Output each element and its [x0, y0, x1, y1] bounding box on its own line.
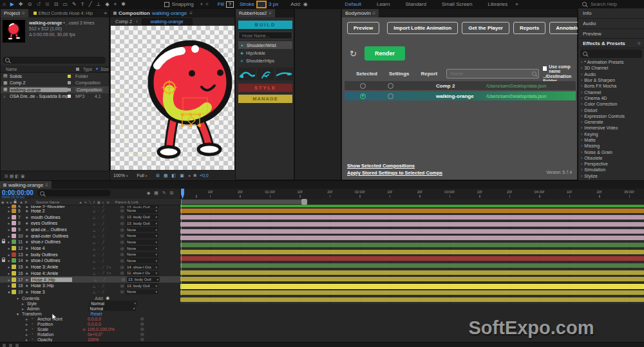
fill-swatch[interactable]: ?: [226, 1, 234, 8]
panel-menu-icon[interactable]: ≡: [638, 41, 641, 46]
category-row[interactable]: ›3D Channel: [578, 65, 644, 71]
layer-name[interactable]: Hose 4: [31, 246, 93, 250]
pickwhip-icon[interactable]: ◎: [140, 316, 144, 321]
channel-wheel-icon[interactable]: ●: [188, 173, 191, 178]
layer-switches[interactable]: △ ◌ ╱ ƒx: [93, 271, 118, 275]
selected-radio[interactable]: [360, 93, 366, 99]
project-search-input[interactable]: [12, 57, 91, 64]
layer-row[interactable]: ▸ 5 ★ Hose 2::Shoulder △ ◌ ╱ ◎ 13. body …: [0, 205, 180, 208]
project-row[interactable]: ▤ Solids Folder: [1, 73, 109, 80]
comp-tab-name[interactable]: walking-orange: [152, 10, 187, 16]
category-row[interactable]: ›Stylize: [578, 173, 644, 179]
layer-switches[interactable]: △ ◌ ╱: [94, 277, 120, 281]
lock-icon[interactable]: [2, 259, 5, 262]
project-item-label[interactable]: walking-orange: [10, 88, 68, 92]
column-size[interactable]: Size: [100, 67, 109, 71]
workspace-libraries[interactable]: Libraries: [488, 1, 507, 7]
layer-bar[interactable]: [180, 215, 644, 220]
admin-group-label[interactable]: Admin: [27, 306, 39, 311]
zoom-level-dropdown[interactable]: 100%▾: [113, 173, 128, 178]
tab-effect-controls[interactable]: Effect Controls Hose 4: Hip: [39, 11, 93, 15]
resolution-dropdown[interactable]: Full▾: [137, 173, 147, 178]
twirl-icon[interactable]: ▸: [26, 322, 31, 326]
layer-label-chip[interactable]: [12, 265, 16, 269]
category-row[interactable]: ›Blur & Sharpen: [578, 77, 644, 83]
panel-tab-preview[interactable]: Preview: [578, 29, 644, 39]
project-item-label[interactable]: Solids: [10, 74, 68, 79]
layer-bar[interactable]: [180, 205, 644, 207]
rotobrush-tool-icon[interactable]: ⌖: [114, 1, 117, 8]
pickwhip-icon[interactable]: ◎: [118, 214, 126, 220]
layer-switches[interactable]: △ ◌ ╱: [93, 290, 118, 294]
pickwhip-icon[interactable]: ◎: [118, 246, 126, 251]
preset-hip-ankle[interactable]: ✚ Hip/Ankle: [238, 49, 292, 57]
category-row[interactable]: ›Cinema 4D: [578, 95, 644, 101]
chevron-down-icon[interactable]: ▾: [63, 20, 65, 26]
parent-dropdown[interactable]: None▾: [126, 290, 158, 295]
category-row[interactable]: ›Channel: [578, 89, 644, 95]
pickwhip-icon[interactable]: ◎: [140, 321, 144, 326]
preset-shoulder-hips[interactable]: ✕ Shoulder/Hips: [238, 57, 292, 64]
panel-menu-icon[interactable]: ≡: [189, 10, 193, 16]
layer-label-chip[interactable]: [12, 205, 16, 208]
import-lottie-button[interactable]: Import Lottie Animation: [387, 22, 458, 34]
apply-stored-settings-link[interactable]: Apply Stored Settings to Selected Comps: [347, 169, 442, 176]
hose-style-icon-3[interactable]: [276, 68, 293, 80]
layer-row[interactable]: ▸ 16 ★ Hose 4::Ankle △ ◌ ╱ ƒx ◎ 11. shoe…: [0, 270, 180, 276]
layer-switches[interactable]: △ ◌ ╱: [93, 240, 118, 244]
layer-switches[interactable]: △ ◌ ╱: [93, 205, 118, 208]
transform-reset-link[interactable]: Reset: [91, 312, 102, 316]
category-row[interactable]: ›Generate: [578, 119, 644, 125]
pickwhip-icon[interactable]: ◎: [118, 227, 126, 232]
transform-group-label[interactable]: Transform: [22, 312, 42, 316]
category-row[interactable]: ›Missing: [578, 143, 644, 149]
footer-toggle-icon-3[interactable]: [15, 344, 19, 347]
layer-name[interactable]: eyes Outlines: [31, 221, 93, 225]
pickwhip-icon[interactable]: ◎: [118, 270, 126, 276]
selected-radio[interactable]: [360, 83, 366, 89]
eraser-tool-icon[interactable]: ◆: [105, 1, 109, 7]
layer-bar[interactable]: [180, 270, 644, 275]
twirl-icon[interactable]: ▾: [17, 312, 22, 316]
layer-label-chip[interactable]: [12, 246, 16, 250]
effects-search[interactable]: [580, 50, 642, 58]
render-row-comp2[interactable]: Comp 2 /Users/sam/Desktop/data.json: [345, 81, 576, 90]
project-item-name[interactable]: walking-orange: [29, 20, 62, 26]
snapping-checkbox[interactable]: [164, 2, 169, 7]
label-chip[interactable]: [68, 88, 71, 91]
stamp-tool-icon[interactable]: ⊥: [97, 1, 101, 7]
position-value[interactable]: 0,0,0,0: [88, 322, 101, 326]
layer-switches[interactable]: △ ◌ ╱ ƒx: [93, 265, 118, 269]
preset-shoulder-wrist[interactable]: ▲ Shoulder/Wrist: [238, 41, 292, 49]
pickwhip-icon[interactable]: ◎: [118, 239, 126, 245]
twirl-icon[interactable]: ▾: [17, 296, 22, 301]
layer-name[interactable]: shoe-r Outlines: [31, 239, 93, 244]
layer-name[interactable]: grad-ce... Outlines: [31, 227, 93, 232]
contents-label[interactable]: Contents: [22, 296, 39, 301]
parent-dropdown[interactable]: 14. shoe-l Out▾: [126, 265, 158, 270]
parent-dropdown[interactable]: None▾: [126, 209, 158, 214]
layer-row[interactable]: ▾ 19 ★ Hose 3 △ ◌ ╱ ◎ None▾: [0, 289, 180, 295]
panel-menu-icon[interactable]: ≡: [269, 10, 272, 16]
tab-bodymovin[interactable]: Bodymovin ≡: [342, 9, 379, 17]
column-name[interactable]: Name: [6, 67, 17, 71]
anchor-point-value[interactable]: 0,0,0,0: [88, 317, 101, 321]
add-icon[interactable]: ◉: [303, 1, 308, 7]
playhead-line[interactable]: [181, 199, 182, 295]
project-row[interactable]: ♪ OSA Dre..de - Squadda 8.mp3 MP3 4,1: [1, 93, 109, 100]
timeline-toolbar-icons[interactable]: ◆ ▦ ✎ ⊞: [147, 191, 175, 196]
scale-value[interactable]: 100,0,100,0%: [88, 327, 115, 332]
rotation-label[interactable]: Rotation: [37, 332, 88, 337]
layer-label-chip[interactable]: [12, 209, 16, 213]
layer-bar[interactable]: [180, 277, 644, 281]
layer-bar-selected[interactable]: [180, 284, 644, 289]
tab-timeline-walking-orange[interactable]: walking-orange ≡: [0, 181, 52, 189]
twirl-icon[interactable]: ▸: [26, 332, 31, 337]
fill-label[interactable]: Fill: [218, 1, 224, 7]
column-type[interactable]: Type: [83, 67, 92, 71]
layer-row[interactable]: ▸ 6 ★ Hose 2 △ ◌ ╱ ◎ None▾: [0, 208, 180, 214]
render-row-walking-orange[interactable]: walking-orange /Users/sam/Desktop/data.j…: [345, 91, 576, 100]
layer-name[interactable]: Hose 3::Ankle: [31, 265, 93, 269]
project-row[interactable]: ▦ Comp 2 Composition: [1, 80, 109, 87]
layer-name[interactable]: grad-outer Outlines: [31, 234, 93, 238]
